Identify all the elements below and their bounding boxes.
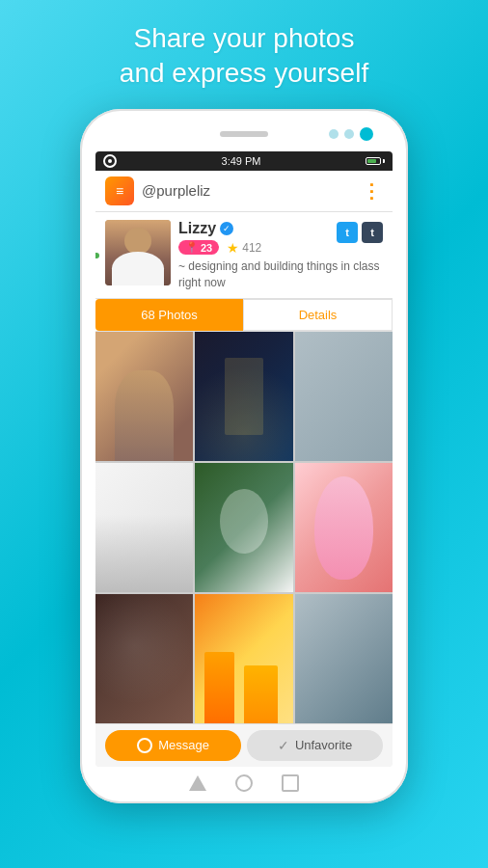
- photo-item[interactable]: [195, 594, 292, 723]
- unfavorite-label: Unfavorite: [295, 738, 352, 752]
- battery-fill: [367, 159, 376, 163]
- star-icon: ★: [227, 240, 239, 256]
- username-display: @purpleliz: [142, 182, 354, 199]
- profile-section: Lizzy ✓ 📍 23 ★ 412 ~ designing and build…: [95, 212, 393, 300]
- phone-top-bar: [80, 121, 408, 148]
- battery-indicator: [366, 157, 385, 165]
- social-icons: t t: [337, 222, 383, 243]
- avatar-image: [105, 220, 171, 285]
- photos-grid: [95, 332, 393, 722]
- photo-item[interactable]: [195, 463, 292, 592]
- photo-item[interactable]: [195, 332, 292, 461]
- bio-text: ~ designing and building things in class…: [178, 258, 383, 291]
- nav-icon: [103, 154, 117, 168]
- pink-badge: 📍 23: [178, 240, 219, 255]
- app-logo: ≡: [105, 176, 134, 205]
- title-line1: Share your photos: [134, 23, 355, 53]
- photo-item[interactable]: [295, 463, 393, 592]
- status-time: 3:49 PM: [222, 155, 261, 167]
- photo-item[interactable]: [95, 594, 193, 723]
- avatar: [105, 220, 171, 285]
- tumblr-button[interactable]: t: [362, 222, 383, 243]
- photos-tab[interactable]: 68 Photos: [95, 299, 243, 331]
- recents-button[interactable]: [282, 774, 299, 792]
- menu-button[interactable]: ⋮: [362, 179, 383, 203]
- battery-tip: [383, 159, 385, 163]
- phone-screen: 3:49 PM ≡ @purpleliz ⋮ Lizzy ✓: [95, 151, 393, 767]
- message-label: Message: [158, 738, 209, 752]
- bottom-actions: Message ✓ Unfavorite: [95, 723, 393, 767]
- message-button[interactable]: Message: [105, 730, 241, 761]
- home-button[interactable]: [235, 774, 253, 792]
- battery-body: [366, 157, 381, 165]
- online-indicator: [95, 251, 101, 260]
- status-left: [103, 154, 117, 168]
- details-tab[interactable]: Details: [243, 299, 393, 331]
- title-line2: and express yourself: [120, 58, 368, 88]
- back-button[interactable]: [189, 775, 206, 791]
- message-icon: [137, 738, 152, 753]
- photo-item[interactable]: [95, 332, 193, 461]
- dot-3: [360, 127, 373, 141]
- dot-2: [344, 129, 354, 139]
- phone-device: 3:49 PM ≡ @purpleliz ⋮ Lizzy ✓: [80, 109, 408, 803]
- photo-item[interactable]: [295, 594, 393, 723]
- phone-dots: [329, 127, 373, 141]
- status-bar: 3:49 PM: [95, 151, 393, 171]
- header-title: Share your photos and express yourself: [120, 21, 368, 92]
- location-icon: 📍: [185, 241, 199, 254]
- photo-item[interactable]: [95, 463, 193, 592]
- photo-item[interactable]: [295, 332, 393, 461]
- star-count: 412: [242, 241, 261, 255]
- phone-speaker: [220, 131, 268, 137]
- pink-badge-count: 23: [201, 242, 212, 254]
- checkmark-icon: ✓: [278, 738, 289, 753]
- verified-badge: ✓: [220, 222, 233, 235]
- tabs-row: 68 Photos Details: [95, 299, 393, 332]
- profile-name: Lizzy: [178, 220, 216, 237]
- star-badge: ★ 412: [227, 240, 261, 256]
- phone-home-bar: [80, 767, 408, 803]
- app-header: ≡ @purpleliz ⋮: [95, 171, 393, 212]
- unfavorite-button[interactable]: ✓ Unfavorite: [247, 730, 383, 761]
- twitter-button[interactable]: t: [337, 222, 358, 243]
- dot-1: [329, 129, 339, 139]
